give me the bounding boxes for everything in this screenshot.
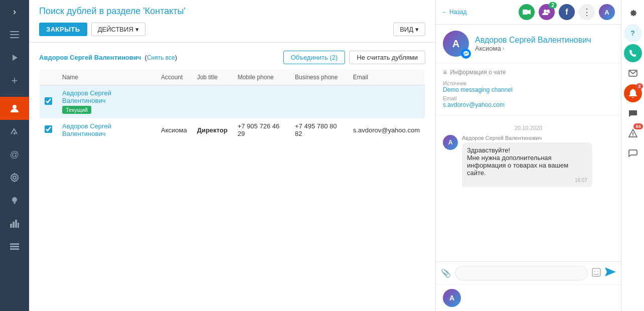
svg-rect-16 [10, 243, 19, 245]
group-actions: Объединить (2) Не считать дублями [283, 51, 425, 64]
nav-email-icon[interactable]: @ [0, 143, 29, 166]
svg-point-5 [14, 132, 16, 134]
svg-rect-18 [10, 248, 19, 250]
chevron-down-icon: ▾ [415, 26, 419, 33]
nav-target-icon[interactable] [0, 166, 29, 189]
toolbar: ЗАКРЫТЬ ДЕЙСТВИЯ ▾ ВИД ▾ [39, 23, 425, 42]
chat-email-row: Email s.avdorov@yahoo.com [443, 95, 614, 108]
back-link[interactable]: ← Назад [442, 9, 466, 16]
date-separator: 20.10.2020 [443, 125, 614, 131]
more-options-icon[interactable]: ⋮ [579, 4, 595, 20]
nav-list-icon[interactable] [0, 235, 29, 258]
phone-icon[interactable] [624, 44, 642, 62]
row2-checkbox[interactable] [45, 125, 52, 133]
duplicates-panel: Авдоров Сергей Валентинович (Снять все) … [29, 43, 435, 311]
col-name: Name [57, 70, 156, 85]
attach-icon[interactable]: 📎 [441, 268, 451, 278]
mail-icon[interactable] [624, 64, 642, 82]
group-count-badge: 2 [549, 2, 557, 9]
messenger-badge-icon [461, 49, 471, 59]
uncheck-all-link[interactable]: Снять все [147, 54, 175, 61]
row1-job-title [192, 85, 233, 118]
svg-rect-14 [15, 220, 17, 228]
row2-job-title: Директор [192, 118, 233, 142]
row2-name-cell: Авдоров Сергей Валентинович [57, 118, 156, 142]
nav-bulb-icon[interactable] [0, 189, 29, 212]
source-label: Источник [443, 80, 614, 86]
nav-chart-icon[interactable] [0, 212, 29, 235]
group-header: Авдоров Сергей Валентинович (Снять все) … [39, 51, 425, 64]
notification-badge: 2 [636, 83, 642, 89]
message-row: А Авдоров Сергей Валентинович Здравствуй… [443, 135, 614, 187]
bottom-avatar-row: А [436, 284, 621, 311]
top-bar: Поиск дублей в разделе 'Контакты' ЗАКРЫТ… [29, 0, 435, 43]
current-badge: Текущий [62, 106, 91, 114]
message-sender: Авдоров Сергей Валентинович [462, 135, 614, 141]
svg-rect-17 [10, 246, 19, 247]
left-sidebar: › + @ [0, 0, 29, 311]
svg-point-29 [632, 135, 633, 136]
view-button[interactable]: ВИД ▾ [393, 23, 425, 36]
chat-messages: 20.10.2020 А Авдоров Сергей Валентинович… [436, 116, 621, 261]
video-chat-icon[interactable] [519, 4, 535, 20]
col-checkbox [40, 70, 58, 85]
svg-rect-15 [18, 223, 19, 228]
message-bubble: Здравствуйте!Мне нужна дополнительная ин… [462, 142, 592, 187]
svg-rect-12 [10, 224, 12, 228]
svg-marker-26 [605, 267, 616, 276]
row1-name-cell: Авдоров Сергей Валентинович Текущий [57, 85, 156, 118]
row2-mobile-phone: +7 905 726 46 29 [233, 118, 290, 142]
group-name: Авдоров Сергей Валентинович [39, 54, 141, 61]
merge-button[interactable]: Объединить (2) [283, 51, 346, 64]
svg-rect-0 [10, 31, 19, 32]
nav-hamburger-icon[interactable] [0, 23, 29, 46]
not-duplicate-button[interactable]: Не считать дублями [349, 51, 425, 64]
settings-icon[interactable] [624, 4, 642, 22]
group-title: Авдоров Сергей Валентинович (Снять все) [39, 54, 177, 61]
source-value[interactable]: Demo messaging channel [443, 86, 614, 93]
svg-rect-2 [10, 37, 19, 38]
row1-account [156, 85, 192, 118]
user-avatar-small: А [599, 4, 615, 20]
chat-source-row: Источник Demo messaging channel [443, 80, 614, 93]
nav-add-icon[interactable]: + [0, 69, 29, 92]
message-avatar: А [443, 135, 458, 150]
col-business-phone: Business phone [290, 70, 348, 85]
nav-marketing-icon[interactable] [0, 120, 29, 143]
menu-expand-icon[interactable]: › [0, 0, 29, 23]
svg-rect-19 [523, 10, 528, 15]
row2-checkbox-cell [40, 118, 58, 142]
row1-business-phone [290, 85, 348, 118]
info-icon: ≡ [443, 68, 447, 76]
row1-checkbox[interactable] [45, 97, 52, 105]
chat-input-area: 📎 [436, 261, 621, 284]
send-icon[interactable] [605, 267, 616, 279]
bottom-avatar: А [443, 289, 461, 307]
row2-email: s.avdorov@yahoo.com [348, 118, 425, 142]
col-mobile-phone: Mobile phone [233, 70, 290, 85]
contact-avatar: А [443, 31, 469, 57]
nav-play-icon[interactable] [0, 46, 29, 69]
emoji-icon[interactable] [592, 268, 601, 279]
close-button[interactable]: ЗАКРЫТЬ [39, 23, 87, 36]
col-email: Email [348, 70, 425, 85]
svg-point-21 [544, 10, 547, 13]
nav-contacts-icon[interactable] [0, 97, 29, 120]
actions-button[interactable]: ДЕЙСТВИЯ ▾ [91, 23, 145, 36]
group-icon[interactable]: 2 [539, 4, 555, 20]
messages-icon[interactable] [624, 144, 642, 163]
alert-icon[interactable]: 64 [624, 124, 642, 142]
alert-badge: 64 [633, 123, 642, 129]
chat-icon[interactable] [624, 104, 642, 122]
chat-input[interactable] [455, 266, 588, 280]
help-icon[interactable]: ? [624, 24, 642, 42]
svg-point-6 [11, 174, 18, 181]
facebook-icon[interactable]: f [559, 4, 575, 20]
row1-name-link[interactable]: Авдоров Сергей Валентинович [62, 89, 111, 104]
col-account: Account [156, 70, 192, 85]
notification-icon[interactable]: 2 [624, 84, 642, 102]
svg-point-4 [13, 105, 17, 109]
row2-name-link[interactable]: Авдоров Сергей Валентинович [62, 122, 111, 137]
message-time: 16:07 [467, 178, 587, 183]
email-value[interactable]: s.avdorov@yahoo.com [443, 101, 614, 108]
